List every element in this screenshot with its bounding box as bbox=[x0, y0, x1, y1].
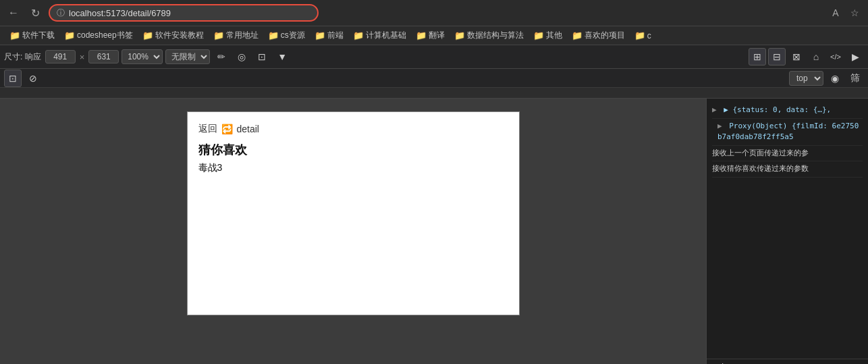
folder-icon: 📁 bbox=[268, 30, 279, 41]
folder-icon: 📁 bbox=[572, 30, 582, 41]
height-input[interactable]: 631 bbox=[88, 50, 119, 63]
ruler-area bbox=[0, 88, 868, 99]
refresh-button[interactable]: ↻ bbox=[27, 5, 43, 21]
console-text-2: 接收上一个页面传递过来的参 bbox=[712, 149, 809, 157]
bookmark-label: 常用地址 bbox=[226, 30, 259, 41]
bookmark-common-address[interactable]: 📁 常用地址 bbox=[209, 28, 263, 43]
folder-icon: 📁 bbox=[315, 30, 325, 41]
eye2-icon-button[interactable]: ◉ bbox=[826, 70, 844, 87]
bookmarks-bar: 📁 软件下载 📁 codesheep书签 📁 软件安装教程 📁 常用地址 📁 c… bbox=[0, 26, 868, 45]
folder-icon: 📁 bbox=[416, 30, 427, 41]
address-bar[interactable]: ⓘ localhost:5173/detail/6789 bbox=[49, 4, 319, 22]
device-frame: 返回 🔁 detail 猜你喜欢 毒战3 bbox=[188, 112, 519, 315]
expand-arrow-1[interactable]: ▶ bbox=[717, 122, 722, 130]
bookmark-label: cs资源 bbox=[281, 30, 305, 41]
movie-item: 毒战3 bbox=[198, 162, 508, 174]
preview-area: 返回 🔁 detail 猜你喜欢 毒战3 bbox=[0, 99, 706, 364]
zoom-select[interactable]: 100% bbox=[121, 49, 163, 64]
bookmark-label: 计算机基础 bbox=[366, 30, 406, 41]
console-text-3: 接收猜你喜欢传递过来的参数 bbox=[712, 164, 809, 173]
folder-icon: 📁 bbox=[64, 30, 75, 41]
width-input[interactable]: 491 bbox=[45, 50, 76, 63]
bookmark-software-install[interactable]: 📁 软件安装教程 bbox=[138, 28, 208, 43]
bookmark-label: 喜欢的项目 bbox=[585, 30, 625, 41]
reader-mode-button[interactable]: A bbox=[828, 5, 844, 21]
back-arrow-icon[interactable]: 返回 bbox=[198, 123, 217, 135]
bookmark-label: 前端 bbox=[327, 30, 344, 41]
device-icon-button[interactable]: ⊟ bbox=[768, 48, 786, 66]
folder-icon: 📁 bbox=[213, 30, 224, 41]
sidebar-icon-button[interactable]: ⊠ bbox=[788, 48, 805, 66]
console-output: ▶ ▶ {status: 0, data: {…}, ▶ Proxy(Objec… bbox=[707, 99, 868, 359]
console-line-3: 接收猜你喜欢传递过来的参数 bbox=[712, 161, 863, 178]
section-title: 猜你喜欢 bbox=[198, 142, 508, 158]
page-header: 返回 🔁 detail bbox=[198, 123, 508, 135]
devtools-toolbar-2: ⊡ ⊘ top ◉ 筛 bbox=[0, 69, 868, 88]
folder-icon: 📁 bbox=[9, 30, 20, 41]
bookmark-label: 软件安装教程 bbox=[155, 30, 204, 41]
main-area: 返回 🔁 detail 猜你喜欢 毒战3 ▶ ▶ {status: 0, dat… bbox=[0, 99, 868, 364]
export-icon-button[interactable]: ⊡ bbox=[253, 48, 271, 66]
bookmark-c[interactable]: 📁 c bbox=[630, 29, 655, 42]
devtools-toolbar: 尺寸: 响应 491 × 631 100% 无限制 ✏ ◎ ⊡ ▼ ⊞ ⊟ ⊠ … bbox=[0, 45, 868, 69]
url-text: localhost:5173/detail/6789 bbox=[69, 8, 171, 18]
panel-more-button[interactable]: ▶ bbox=[846, 48, 864, 66]
more-icon-button[interactable]: ▼ bbox=[273, 48, 291, 66]
bookmark-data-structure[interactable]: 📁 数据结构与算法 bbox=[450, 28, 528, 43]
bookmark-label: 其他 bbox=[546, 30, 562, 41]
page-detail-title: detail bbox=[237, 124, 259, 134]
bookmark-label: 翻译 bbox=[429, 30, 445, 41]
folder-icon: 📁 bbox=[533, 30, 544, 41]
back-button[interactable]: ← bbox=[5, 5, 22, 21]
home-icon-button[interactable]: ⌂ bbox=[807, 48, 825, 66]
expand-arrow-0[interactable]: ▶ bbox=[712, 105, 717, 114]
bookmark-translate[interactable]: 📁 翻译 bbox=[412, 28, 449, 43]
bookmark-codesheep[interactable]: 📁 codesheep书签 bbox=[60, 28, 137, 43]
bookmark-software-download[interactable]: 📁 软件下载 bbox=[5, 28, 59, 43]
console-text-1: Proxy(Object) {filmId: 6e2750b7af0dab78f… bbox=[717, 122, 859, 142]
folder-icon: 📁 bbox=[454, 30, 465, 41]
top-context-select[interactable]: top bbox=[789, 71, 823, 86]
back-icon: 🔁 bbox=[221, 124, 233, 134]
inspect2-icon-button[interactable]: ⊡ bbox=[4, 70, 22, 87]
bookmark-label: c bbox=[647, 31, 651, 41]
bookmark-label: 软件下载 bbox=[22, 30, 55, 41]
folder-icon: 📁 bbox=[634, 30, 645, 41]
filter-icon-button[interactable]: 筛 bbox=[846, 70, 864, 87]
bookmark-frontend[interactable]: 📁 前端 bbox=[310, 28, 348, 43]
nav-bar: ← ↻ ⓘ localhost:5173/detail/6789 A ☆ bbox=[0, 0, 868, 26]
devtools-panel: ▶ ▶ {status: 0, data: {…}, ▶ Proxy(Objec… bbox=[706, 99, 868, 364]
code-icon-button[interactable]: </> bbox=[827, 48, 844, 66]
console-line-2: 接收上一个页面传递过来的参 bbox=[712, 146, 863, 162]
ban-icon-button[interactable]: ⊘ bbox=[24, 70, 42, 87]
console-input-line[interactable]: > | bbox=[707, 359, 868, 364]
console-line-1: ▶ Proxy(Object) {filmId: 6e2750b7af0dab7… bbox=[712, 119, 863, 146]
x-separator: × bbox=[80, 52, 85, 62]
bookmark-favorite-projects[interactable]: 📁 喜欢的项目 bbox=[568, 28, 629, 43]
bookmark-label: 数据结构与算法 bbox=[467, 30, 524, 41]
bookmark-other[interactable]: 📁 其他 bbox=[529, 28, 566, 43]
nav-right-icons: A ☆ bbox=[828, 5, 863, 21]
bookmark-button[interactable]: ☆ bbox=[846, 5, 863, 21]
bookmark-cs-basics[interactable]: 📁 计算机基础 bbox=[349, 28, 410, 43]
pencil-icon-button[interactable]: ✏ bbox=[213, 48, 230, 66]
eye-icon-button[interactable]: ◎ bbox=[233, 48, 250, 66]
info-icon: ⓘ bbox=[57, 7, 65, 19]
throttle-select[interactable]: 无限制 bbox=[165, 49, 210, 64]
console-line-0: ▶ ▶ {status: 0, data: {…}, bbox=[712, 103, 863, 119]
bookmark-cs-resources[interactable]: 📁 cs资源 bbox=[264, 28, 309, 43]
devtools-right-icons: ⊞ ⊟ ⊠ ⌂ </> ▶ bbox=[749, 48, 864, 66]
folder-icon: 📁 bbox=[142, 30, 153, 41]
console-text-0: ▶ {status: 0, data: {…}, bbox=[724, 105, 831, 114]
size-label: 尺寸: 响应 bbox=[4, 51, 41, 63]
bookmark-label: codesheep书签 bbox=[77, 30, 133, 41]
inspect-icon-button[interactable]: ⊞ bbox=[749, 48, 766, 66]
folder-icon: 📁 bbox=[353, 30, 364, 41]
